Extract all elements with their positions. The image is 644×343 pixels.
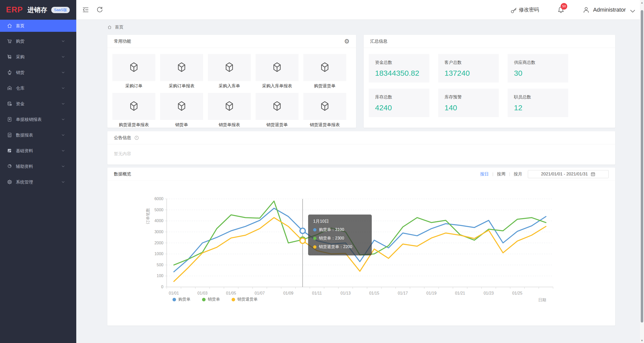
- scroll-down-arrow[interactable]: ▼: [640, 338, 644, 342]
- tooltip-series-dot: [313, 237, 316, 240]
- notifications-button[interactable]: 50: [557, 6, 565, 14]
- stat-value: 30: [514, 69, 568, 77]
- sidebar-item[interactable]: 采购: [0, 49, 76, 65]
- coins-icon: [7, 101, 12, 107]
- sidebar-item-label: 采购: [16, 54, 24, 60]
- sidebar-item[interactable]: 购货: [0, 33, 76, 49]
- stat-card: 库存总数4240: [369, 89, 429, 117]
- filter-by-week[interactable]: 按周: [497, 171, 506, 177]
- stat-label: 库存总数: [375, 94, 429, 100]
- chevron-down-icon: [629, 7, 634, 12]
- sidebar-item[interactable]: 系统管理: [0, 174, 76, 190]
- cart-up-icon: [7, 70, 12, 75]
- sidebar-item-label: 辅助资料: [16, 164, 33, 169]
- home-icon: [107, 25, 112, 30]
- sidebar-item[interactable]: 数据报表: [0, 127, 76, 143]
- quick-function-tile[interactable]: 购货退货单报表: [112, 93, 155, 128]
- legend-dot: [232, 298, 235, 301]
- sidebar-item[interactable]: 基础资料: [0, 143, 76, 159]
- quick-function-tile[interactable]: 采购入库单: [208, 54, 251, 89]
- collapse-sidebar-icon[interactable]: [82, 6, 89, 14]
- gear-icon: [7, 179, 12, 185]
- tooltip-series-text: 销货单：2300: [319, 236, 344, 241]
- cube-icon: [128, 62, 139, 74]
- filter-by-month[interactable]: 按月: [514, 171, 522, 177]
- scrollbar-thumb[interactable]: [641, 10, 643, 323]
- breadcrumb[interactable]: 首页: [107, 24, 123, 30]
- tooltip-row: 销货单：2300: [313, 236, 367, 241]
- quick-functions-title: 常用功能: [114, 38, 131, 44]
- sidebar: ERP 进销存 SaaS版 首页 购货采购销货仓库资金单据核销报表数据报表基础资…: [0, 0, 76, 343]
- quick-function-label: 销货单: [160, 122, 203, 128]
- announcement-empty-text: 暂无内容: [107, 144, 615, 163]
- badge-icon: [7, 164, 12, 169]
- quick-function-tile[interactable]: 采购入库单报表: [256, 54, 299, 89]
- svg-text:01/11: 01/11: [312, 291, 322, 295]
- sidebar-item[interactable]: 仓库: [0, 80, 76, 96]
- tooltip-row: 购货单：3100: [313, 227, 367, 232]
- summary-grid: 资金总数18344350.82客户总数137240供应商总数30库存总数4240…: [364, 48, 615, 117]
- tooltip-series-text: 购货单：3100: [319, 227, 344, 232]
- quick-function-label: 采购订单报表: [160, 83, 203, 89]
- stat-label: 职员总数: [514, 94, 568, 100]
- svg-text:01/25: 01/25: [512, 291, 522, 295]
- quick-function-tile[interactable]: 销货退货单: [256, 93, 299, 128]
- svg-text:01/09: 01/09: [283, 291, 293, 295]
- key-icon: [510, 7, 516, 13]
- user-menu[interactable]: Administrator: [582, 6, 634, 14]
- home-icon: [7, 23, 12, 29]
- svg-text:01/17: 01/17: [398, 291, 408, 295]
- tooltip-series-dot: [313, 245, 316, 249]
- sidebar-item[interactable]: 资金: [0, 96, 76, 112]
- tooltip-title: 1月10日: [313, 218, 367, 224]
- tooltip-series-text: 销货退货单：2200: [319, 244, 352, 250]
- quick-function-tile[interactable]: 销货单报表: [208, 93, 251, 128]
- date-range-picker[interactable]: 2021/01/01 - 2021/01/31: [528, 170, 609, 178]
- doc-edit-icon: [7, 148, 12, 153]
- sidebar-item[interactable]: 辅助资料: [0, 159, 76, 174]
- trolley-icon: [7, 54, 12, 60]
- sidebar-item[interactable]: 单据核销报表: [0, 112, 76, 127]
- svg-text:日期: 日期: [538, 298, 546, 302]
- legend-item[interactable]: 购货单: [172, 297, 190, 302]
- quick-function-tile[interactable]: 购货退货单: [303, 54, 346, 89]
- sidebar-menu: 购货采购销货仓库资金单据核销报表数据报表基础资料辅助资料系统管理: [0, 32, 76, 190]
- quick-function-label: 购货退货单报表: [112, 122, 155, 128]
- sidebar-item[interactable]: 销货: [0, 65, 76, 80]
- quick-function-tile[interactable]: 采购订单报表: [160, 54, 203, 89]
- quick-function-label: 采购入库单: [208, 83, 251, 89]
- stat-card: 供应商总数30: [508, 54, 568, 83]
- notification-badge: 50: [561, 3, 567, 10]
- quick-function-tile[interactable]: 采购订单: [112, 54, 155, 89]
- refresh-icon[interactable]: [96, 6, 104, 14]
- stat-card: 资金总数18344350.82: [369, 54, 429, 83]
- quick-function-tile[interactable]: 销货退货单报表: [303, 93, 346, 128]
- app-logo: ERP 进销存 SaaS版: [0, 0, 76, 20]
- overview-chart[interactable]: 010050010002000300040005000600001/0101/0…: [107, 181, 615, 326]
- stat-label: 资金总数: [375, 60, 429, 65]
- quick-function-tile[interactable]: 销货单: [160, 93, 203, 128]
- chevron-down-icon: [61, 55, 65, 59]
- topbar: 修改密码 50 Administrator: [76, 0, 644, 20]
- filter-separator: |: [509, 172, 510, 177]
- svg-text:01/15: 01/15: [369, 291, 379, 295]
- legend-item[interactable]: 销货退货单: [232, 297, 258, 302]
- svg-text:100: 100: [157, 274, 163, 278]
- stat-value: 12: [514, 103, 568, 112]
- quick-functions-grid: 采购订单采购订单报表采购入库单采购入库单报表购货退货单购货退货单报表销货单销货单…: [107, 48, 356, 128]
- sidebar-item-label: 仓库: [16, 85, 24, 91]
- scroll-up-arrow[interactable]: ▲: [640, 1, 644, 5]
- quick-function-label: 采购入库单报表: [256, 83, 299, 89]
- sidebar-item-home[interactable]: 首页: [0, 20, 76, 32]
- gear-icon[interactable]: ⚙: [344, 38, 350, 44]
- logo-erp-text: ERP: [6, 5, 23, 14]
- filter-by-day[interactable]: 按日: [480, 171, 489, 177]
- legend-label: 销货退货单: [237, 297, 258, 302]
- change-password-label: 修改密码: [519, 6, 539, 13]
- cube-icon: [128, 100, 139, 113]
- legend-item[interactable]: 销货单: [202, 297, 220, 302]
- chevron-down-icon: [61, 86, 65, 90]
- chevron-down-icon: [61, 70, 65, 74]
- svg-text:3000: 3000: [154, 230, 163, 234]
- change-password-button[interactable]: 修改密码: [510, 6, 539, 13]
